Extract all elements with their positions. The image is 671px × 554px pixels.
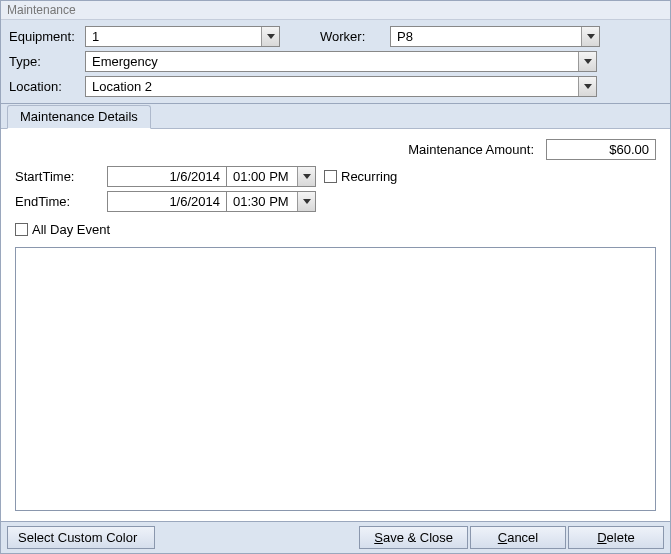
chevron-down-icon <box>303 173 311 181</box>
cancel-button[interactable]: Cancel <box>470 526 566 549</box>
tab-maintenance-details[interactable]: Maintenance Details <box>7 105 151 129</box>
chevron-down-icon <box>587 33 595 41</box>
endtime-label: EndTime: <box>15 194 107 209</box>
select-custom-color-button[interactable]: Select Custom Color <box>7 526 155 549</box>
start-date-field[interactable] <box>107 166 227 187</box>
allday-checkbox[interactable]: All Day Event <box>15 222 656 237</box>
allday-label: All Day Event <box>32 222 110 237</box>
window-title: Maintenance <box>1 1 670 20</box>
equipment-label: Equipment: <box>7 29 85 44</box>
button-bar: Select Custom Color Save & Close Cancel … <box>1 521 670 553</box>
equipment-select[interactable] <box>85 26 280 47</box>
recurring-checkbox[interactable]: Recurring <box>324 169 397 184</box>
type-label: Type: <box>7 54 85 69</box>
chevron-down-icon <box>584 58 592 66</box>
tab-body: Maintenance Amount: StartTime: Recurring… <box>7 129 664 521</box>
tab-strip: Maintenance Details <box>1 104 670 129</box>
notes-textarea[interactable] <box>15 247 656 511</box>
header-area: Equipment: Worker: Type: <box>1 20 670 104</box>
location-label: Location: <box>7 79 85 94</box>
maintenance-window: Maintenance Equipment: Worker: Type: <box>0 0 671 554</box>
location-select[interactable] <box>85 76 597 97</box>
location-dropdown-button[interactable] <box>578 77 596 96</box>
start-time-dropdown-button[interactable] <box>297 167 315 186</box>
equipment-value[interactable] <box>86 27 261 46</box>
type-select[interactable] <box>85 51 597 72</box>
recurring-label: Recurring <box>341 169 397 184</box>
chevron-down-icon <box>267 33 275 41</box>
end-time-select[interactable] <box>226 191 316 212</box>
end-date-field[interactable] <box>107 191 227 212</box>
worker-label: Worker: <box>320 29 390 44</box>
type-value[interactable] <box>86 52 578 71</box>
save-close-button[interactable]: Save & Close <box>359 526 468 549</box>
maintenance-amount-label: Maintenance Amount: <box>408 142 534 157</box>
equipment-dropdown-button[interactable] <box>261 27 279 46</box>
worker-dropdown-button[interactable] <box>581 27 599 46</box>
maintenance-amount-field[interactable] <box>546 139 656 160</box>
worker-select[interactable] <box>390 26 600 47</box>
chevron-down-icon <box>303 198 311 206</box>
starttime-label: StartTime: <box>15 169 107 184</box>
end-time-dropdown-button[interactable] <box>297 192 315 211</box>
worker-value[interactable] <box>391 27 581 46</box>
end-time-field[interactable] <box>227 192 297 211</box>
chevron-down-icon <box>584 83 592 91</box>
start-time-select[interactable] <box>226 166 316 187</box>
location-value[interactable] <box>86 77 578 96</box>
checkbox-icon <box>15 223 28 236</box>
checkbox-icon <box>324 170 337 183</box>
delete-button[interactable]: Delete <box>568 526 664 549</box>
type-dropdown-button[interactable] <box>578 52 596 71</box>
start-time-field[interactable] <box>227 167 297 186</box>
